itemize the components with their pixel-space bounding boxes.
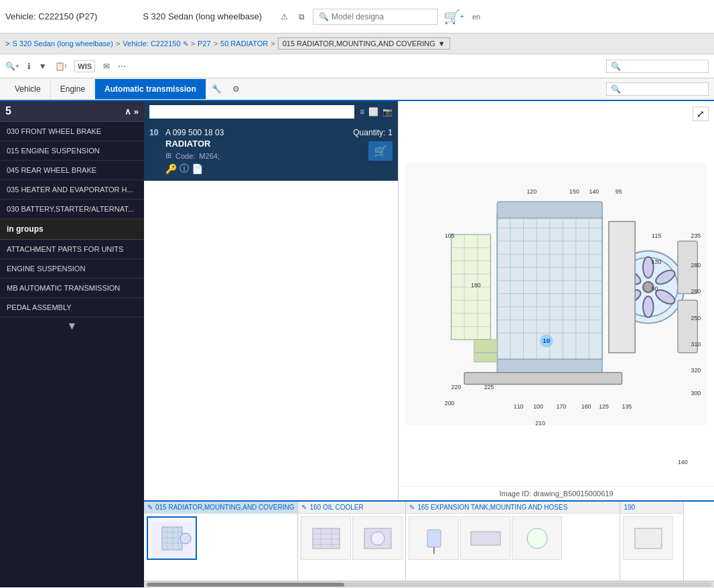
breadcrumb-015-label: 015 RADIATOR,MOUNTING,AND COVERING [283,40,435,48]
list-view-icon[interactable]: ≡ [360,107,364,117]
breadcrumb-sep3: > [214,40,218,48]
vehicle-name: S 320 Sedan (long wheelbase) [143,11,262,21]
dropdown-arrow-icon: ▼ [438,40,445,48]
clipboard-icon[interactable]: 📋! [55,62,67,71]
svg-rect-41 [474,353,497,362]
copy-icon[interactable]: ⧉ [296,9,307,24]
cart-button[interactable]: 🛒 + [443,9,464,25]
sidebar-expand-icon[interactable]: » [134,106,139,117]
svg-text:105: 105 [445,232,455,239]
sidebar-item-030-front-wheel[interactable]: 030 FRONT WHEEL BRAKE [0,122,144,141]
wis-icon[interactable]: WIS [74,60,95,72]
thumb-img-165-1[interactable] [409,516,459,560]
mail-icon[interactable]: ✉ [103,62,110,71]
part-row: 10 A 099 500 18 03 RADIATOR ⊞ Code: M264… [144,123,398,181]
part-icon-doc[interactable]: 📄 [192,163,203,174]
thumb-img-165-3[interactable] [512,516,562,560]
tab-search-input[interactable] [624,84,704,94]
sidebar-collapse-icon[interactable]: ∧ [125,106,131,117]
more-icon[interactable]: ⋯ [118,62,126,71]
code-value: M264; [199,152,220,160]
warning-icon[interactable]: ⚠ [278,9,291,24]
sidebar-item-045-rear-wheel[interactable]: 045 REAR WHEEL BRAKE [0,161,144,180]
toolbar-search-input[interactable] [624,62,704,71]
svg-text:100: 100 [533,403,543,410]
thumb-svg-160-2 [358,522,398,555]
breadcrumb-vehicle[interactable]: S 320 Sedan (long wheelbase) [12,40,113,48]
scrollbar-track [147,583,711,587]
thumb-label-190[interactable]: 190 [620,502,683,514]
tab-icon-gear[interactable]: ⚙ [227,82,245,96]
svg-text:260: 260 [691,289,701,295]
model-search-input[interactable] [332,12,432,21]
sidebar-group-pedal-assembly[interactable]: PEDAL ASSEMBLY [0,298,144,317]
sidebar-item-035-heater[interactable]: 035 HEATER AND EVAPORATOR H... [0,180,144,200]
thumb-img-165-2[interactable] [460,516,510,560]
svg-point-92 [371,532,384,545]
toolbar-search-container: 🔍 [606,60,709,73]
svg-rect-75 [162,527,182,550]
thumb-img-160-1[interactable] [301,516,351,560]
breadcrumb-sep2: > [191,40,195,48]
parts-search-input[interactable] [149,105,354,119]
thumb-img-015-1[interactable] [147,516,197,560]
breadcrumb-c222150[interactable]: Vehicle: C222150 ✎ [123,40,188,48]
breadcrumb-sep1: > [116,40,120,48]
thumb-label-text-190: 190 [624,504,635,511]
svg-text:200: 200 [445,400,455,407]
part-meta: ⊞ Code: M264; [165,151,353,160]
part-row-num: 10 [149,128,165,137]
sidebar-group-mb-auto-trans[interactable]: MB AUTOMATIC TRANSMISSION [0,279,144,298]
qty-label: Quantity: [353,128,385,137]
thumb-svg-160-1 [306,522,346,555]
svg-text:170: 170 [557,403,567,410]
thumb-img-160-2[interactable] [352,516,403,560]
add-to-cart-button[interactable]: 🛒 [368,141,392,161]
thumb-img-190-1[interactable] [623,516,673,560]
tab-automatic-transmission[interactable]: Automatic transmission [95,79,206,99]
thumb-section-165: ✎ 165 EXPANSION TANK,MOUNTING AND HOSES [406,502,620,581]
svg-text:320: 320 [691,367,701,374]
svg-text:160: 160 [581,403,591,410]
diagram-expand-button[interactable]: ⤢ [693,106,709,121]
parts-and-diagram: ≡ ⬜ 📷 10 A 099 500 18 03 RADIATOR ⊞ Code… [144,101,714,500]
thumb-label-text-160: 160 OIL COOLER [309,504,363,511]
horizontal-scrollbar[interactable] [144,581,714,587]
svg-rect-40 [474,340,497,353]
svg-text:150: 150 [569,188,579,195]
breadcrumb-50-radiator[interactable]: 50 RADIATOR [220,40,268,48]
svg-rect-37 [609,222,635,353]
sidebar-item-015-engine-susp[interactable]: 015 ENGINE SUSPENSION [0,141,144,161]
sidebar-group-attachment[interactable]: ATTACHMENT PARTS FOR UNITS [0,240,144,259]
tab-engine[interactable]: Engine [51,79,95,99]
svg-rect-39 [497,360,602,374]
thumb-svg-165-3 [517,522,557,555]
info-icon[interactable]: ℹ [27,62,31,71]
image-view-icon[interactable]: 📷 [382,107,392,117]
thumb-label-160[interactable]: ✎ 160 OIL COOLER [298,502,405,514]
sidebar-item-030-battery[interactable]: 030 BATTERY,STARTER/ALTERNAT... [0,200,144,219]
svg-point-99 [527,528,547,548]
image-id-label: Image ID: [499,490,531,498]
thumb-label-015[interactable]: ✎ 015 RADIATOR,MOUNTING,AND COVERING [144,502,297,514]
part-icon-detail[interactable]: ⓘ [180,163,189,175]
svg-text:120: 120 [526,188,537,195]
breadcrumb-015-dropdown[interactable]: 015 RADIATOR,MOUNTING,AND COVERING ▼ [278,38,450,50]
thumb-label-165[interactable]: ✎ 165 EXPANSION TANK,MOUNTING AND HOSES [406,502,620,514]
filter-icon[interactable]: ▼ [39,62,47,71]
main-layout: 5 ∧ » 030 FRONT WHEEL BRAKE 015 ENGINE S… [0,101,714,587]
zoom-icon[interactable]: 🔍+ [5,62,19,71]
breadcrumb-p27[interactable]: P27 [198,40,211,48]
qty-value: 1 [388,128,392,137]
toolbar-search-icon: 🔍 [611,62,621,71]
breadcrumb-sep4: > [271,40,275,48]
grid-view-icon[interactable]: ⬜ [368,107,378,117]
scrollbar-thumb[interactable] [147,583,344,587]
image-id-value: drawing_B50015000619 [533,490,613,498]
sidebar-group-engine-susp[interactable]: ENGINE SUSPENSION [0,259,144,279]
svg-text:180: 180 [471,282,481,289]
tab-icon-wrench[interactable]: 🔧 [206,82,227,96]
part-icon-info[interactable]: 🔑 [165,163,177,174]
sidebar-scroll-down[interactable]: ▼ [0,317,144,335]
tab-vehicle[interactable]: Vehicle [5,79,51,99]
